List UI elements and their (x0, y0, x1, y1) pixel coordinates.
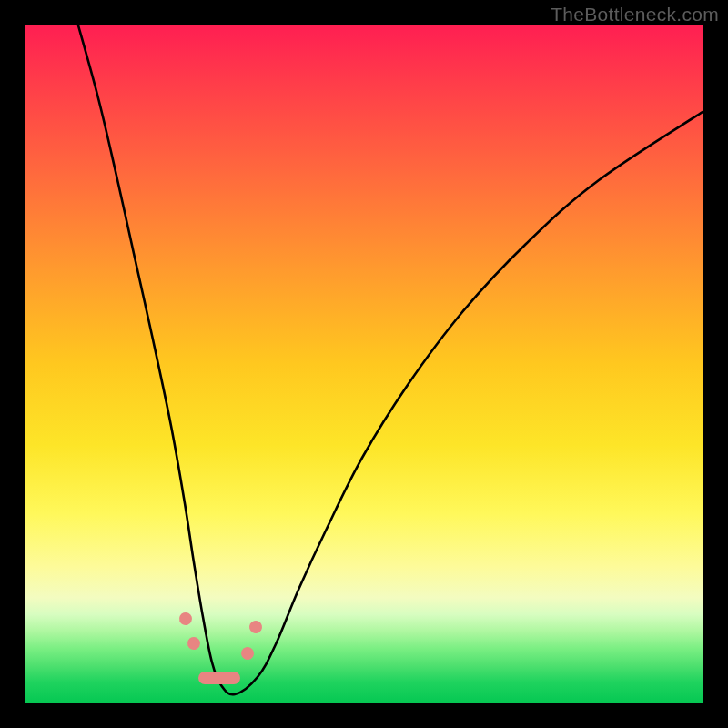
plateau-marker (198, 672, 240, 684)
bottleneck-curve (25, 25, 703, 703)
plot-area (25, 25, 703, 703)
watermark-text: TheBottleneck.com (551, 4, 719, 25)
curve-path (78, 25, 703, 694)
chart-frame: TheBottleneck.com (0, 0, 728, 728)
